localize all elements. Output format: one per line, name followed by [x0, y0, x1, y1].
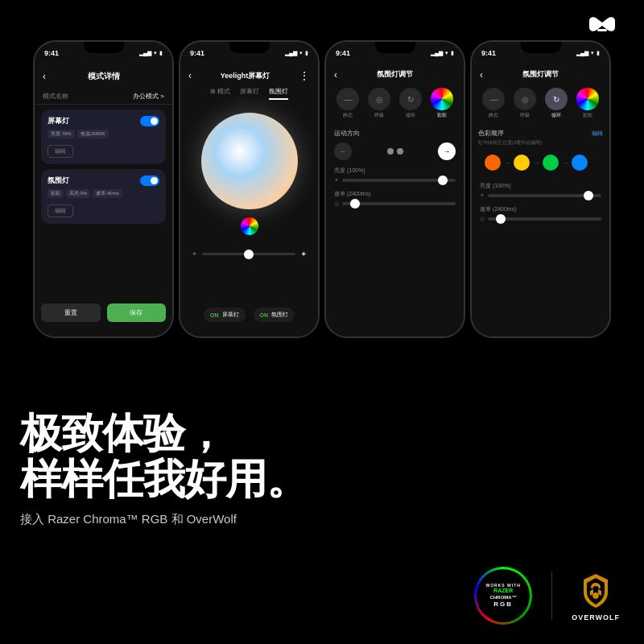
brightness-min-icon: ✦ — [334, 177, 339, 184]
phone4-time: 9:41 — [481, 49, 496, 57]
phone1-ambient-tag-3: 速率:40ms — [93, 189, 122, 198]
phone3-speed-thumb[interactable] — [350, 199, 360, 208]
phone2-orb — [201, 113, 298, 209]
logos-row: WORKS WITH RAZER CHROMA™ RGB OVERWOLF — [474, 567, 620, 625]
phone3-status-bar: 9:41 ▂▄▆ ▾ ▮ — [326, 42, 464, 64]
phone1-reset-button[interactable]: 重置 — [41, 303, 101, 322]
color-icon: ● — [431, 88, 453, 110]
brightness-low-icon: ✦ — [192, 250, 197, 258]
color-dot-green — [543, 155, 559, 171]
phone2-badge-screen[interactable]: ON 屏幕灯 — [204, 308, 246, 322]
phone3-status-icons: ▂▄▆ ▾ ▮ — [431, 50, 454, 56]
phone4-header: ‹ 氛围灯调节 — [472, 64, 609, 85]
phone3-screen: ‹ 氛围灯调节 — 静态 ◎ 呼吸 ↻ 循环 ● 彩彩 — [326, 64, 464, 336]
arrow-icon-3: → — [562, 159, 568, 167]
phone3-back-arrow[interactable]: ‹ — [334, 69, 337, 80]
headline-line1: 极致体验， — [20, 411, 624, 456]
phone2-badge-label-1: 屏幕灯 — [222, 311, 239, 319]
phone3-label-color: 彩彩 — [437, 112, 447, 119]
phone1-save-button[interactable]: 保存 — [107, 303, 167, 322]
phone4-speed-slider-row: ◎ — [480, 216, 601, 222]
phone2-time: 9:41 — [190, 49, 204, 57]
razer-circle: WORKS WITH RAZER CHROMA™ RGB — [474, 567, 532, 625]
phone4-brightness-track[interactable] — [488, 194, 601, 197]
phone3-dot-pair — [387, 148, 403, 155]
phone-4: 9:41 ▂▄▆ ▾ ▮ ‹ 氛围灯调节 — 静态 ◎ 呼吸 — [470, 40, 611, 338]
phone1-edit-btn[interactable]: 编辑 — [47, 145, 73, 158]
phone1-screen-light-toggle[interactable] — [140, 116, 159, 126]
phone4-color-seq-section: 色彩顺序 编辑 红与绿相互过度(3通抖动漏网) → → → — [472, 126, 609, 179]
phone2-brightness-bar[interactable] — [202, 253, 295, 255]
overwolf-icon — [576, 570, 616, 610]
phone3-brightness-thumb[interactable] — [438, 175, 448, 185]
phone4-brightness-thumb[interactable] — [584, 191, 593, 200]
breathe-icon: ◎ — [368, 88, 390, 110]
phone4-back-arrow[interactable]: ‹ — [480, 69, 483, 80]
phone1-screen-light-section: 屏幕灯 亮度:70% 色温:3000K 编辑 — [41, 109, 166, 164]
battery-icon: ▮ — [305, 50, 308, 56]
overwolf-text: OVERWOLF — [572, 613, 620, 621]
phone3-brightness-label: 亮度 (100%) — [334, 167, 456, 175]
arrow-icon-2: → — [533, 159, 539, 167]
phone4-mode-static[interactable]: — 静态 — [482, 88, 505, 119]
phone2-color-picker[interactable] — [241, 217, 258, 235]
signal-icon: ▂▄▆ — [431, 50, 443, 56]
phone3-speed-slider-row: ◎ — [334, 200, 456, 207]
phone2-tab-screen[interactable]: 屏幕灯 — [240, 87, 259, 100]
phone3-mode-color[interactable]: ● 彩彩 — [431, 88, 453, 119]
phone3-dot-2 — [397, 148, 403, 155]
phone2-tab-ambient[interactable]: 氛围灯 — [269, 87, 288, 100]
phone4-mode-color[interactable]: ● 彩彩 — [576, 88, 599, 119]
battery-icon: ▮ — [159, 50, 163, 56]
phone2-tab-mode[interactable]: ⊞ 模式 — [210, 87, 230, 100]
phone1-ambient-header: 氛围灯 — [47, 175, 159, 186]
phone3-notch — [375, 42, 415, 53]
phone1-back-arrow[interactable]: ‹ — [43, 71, 46, 82]
phone1-status-icons: ▂▄▆ ▾ ▮ — [139, 50, 163, 56]
phone3-brightness-slider-row: ✦ — [334, 177, 456, 184]
phone1-name-label: 模式名称 — [43, 92, 68, 101]
phone2-badge-on-2: ON — [260, 312, 269, 318]
phone4-mode-breathe[interactable]: ◎ 呼吸 — [514, 88, 536, 119]
phone3-mode-cycle[interactable]: ↻ 循环 — [399, 88, 422, 119]
phone1-time: 9:41 — [44, 49, 59, 57]
phone2-brightness-row: ✦ ✦ — [180, 246, 318, 262]
phone1-ambient-edit-btn[interactable]: 编辑 — [47, 204, 73, 217]
static-icon: — — [482, 88, 505, 110]
phone2-badge-ambient[interactable]: ON 氛围灯 — [254, 308, 295, 322]
phone4-screen: ‹ 氛围灯调节 — 静态 ◎ 呼吸 ↻ 循环 ● 彩彩 — [472, 64, 609, 336]
razer-chroma-logo: WORKS WITH RAZER CHROMA™ RGB — [474, 567, 532, 625]
phone2-bottom-badges: ON 屏幕灯 ON 氛围灯 — [180, 301, 318, 328]
phone3-brightness-section: 亮度 (100%) ✦ — [326, 163, 464, 187]
phone2-more-icon[interactable]: ⋮ — [299, 69, 310, 82]
phone3-mode-breathe[interactable]: ◎ 呼吸 — [368, 88, 390, 119]
phone4-icons-row: — 静态 ◎ 呼吸 ↻ 循环 ● 彩彩 — [472, 85, 609, 126]
phone4-edit-link[interactable]: 编辑 — [592, 130, 603, 138]
phone1-name-row: 模式名称 办公模式 > — [35, 89, 172, 105]
color-icon: ● — [576, 88, 599, 110]
color-dot-blue — [572, 155, 588, 171]
phone2-badge-label-2: 氛围灯 — [271, 311, 288, 319]
phone4-speed-track[interactable] — [488, 217, 601, 221]
phone1-ambient-tags: 彩彩 高亮:0% 速率:40ms — [47, 189, 159, 198]
phone2-back-arrow[interactable]: ‹ — [188, 70, 192, 81]
phone1-ambient-toggle[interactable] — [140, 175, 159, 186]
phone3-label-breathe: 呼吸 — [374, 112, 384, 119]
phone4-label-cycle: 循环 — [551, 112, 561, 119]
phone3-speed-track[interactable] — [342, 202, 456, 205]
phone3-brightness-track[interactable] — [342, 179, 456, 182]
phone3-mode-static[interactable]: — 静态 — [336, 88, 359, 119]
phone4-color-seq-label: 色彩顺序 — [478, 129, 504, 138]
battery-icon: ▮ — [451, 50, 454, 56]
phone3-time: 9:41 — [336, 49, 350, 57]
phone1-screen-light-tags: 亮度:70% 色温:3000K — [47, 130, 159, 138]
phone3-arrow-right[interactable]: → — [438, 142, 456, 160]
phone4-mode-cycle[interactable]: ↻ 循环 — [545, 88, 568, 119]
phone4-speed-thumb[interactable] — [496, 214, 506, 224]
phone2-brightness-thumb[interactable] — [244, 250, 254, 259]
phone3-arrow-left[interactable]: ← — [334, 142, 352, 160]
phone4-notch — [521, 42, 561, 53]
phone4-brightness-label: 亮度 (100%) — [480, 182, 601, 190]
phone1-ambient-tag-1: 彩彩 — [47, 189, 64, 198]
wifi-icon: ▾ — [154, 50, 157, 56]
